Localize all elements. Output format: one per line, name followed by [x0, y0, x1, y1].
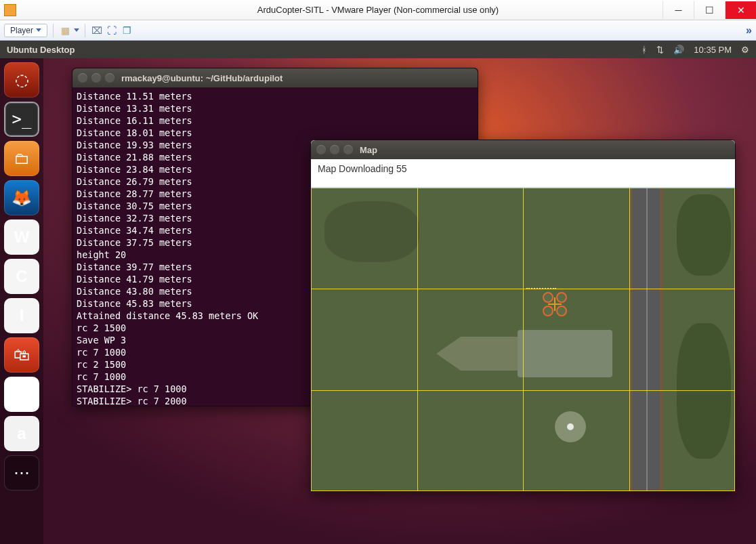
window-minimize-icon[interactable] — [91, 73, 101, 83]
window-title: ArduCopter-SITL - VMware Player (Non-com… — [0, 5, 756, 15]
maximize-button[interactable]: ☐ — [694, 1, 725, 19]
clock[interactable]: 10:35 PM — [694, 45, 732, 55]
facility-area — [518, 330, 612, 377]
tree-line — [677, 323, 731, 459]
toolbar-separator — [85, 24, 85, 37]
close-button[interactable]: ✕ — [725, 1, 756, 19]
map-window[interactable]: Map Map Downloading 55 — [310, 140, 736, 492]
launcher-firefox-icon[interactable]: 🦊 — [4, 180, 39, 215]
window-close-icon[interactable] — [316, 145, 326, 154]
minimize-button[interactable]: ─ — [663, 1, 694, 19]
terminal-title: rmackay9@ubuntu: ~/GitHub/ardupilot — [121, 73, 282, 83]
launcher-dash-icon[interactable]: ◌ — [4, 62, 39, 98]
collapse-toolbar-icon[interactable]: » — [746, 24, 752, 37]
map-gridline — [311, 289, 735, 289]
launcher-files-icon[interactable]: 🗀 — [4, 141, 39, 176]
devices-icon[interactable]: ⌧ — [91, 24, 103, 37]
launcher-calc-icon[interactable]: C — [4, 259, 39, 294]
ubuntu-menubar: Ubuntu Desktop ᚼ ⇅ 🔊 10:35 PM ⚙ — [0, 41, 756, 58]
helipad — [555, 411, 586, 442]
network-indicator-icon[interactable]: ⇅ — [656, 45, 664, 55]
terminal-titlebar[interactable]: rmackay9@ubuntu: ~/GitHub/ardupilot — [72, 68, 478, 87]
toolbar-separator — [53, 24, 54, 37]
launcher-amazon-icon[interactable]: a — [4, 416, 39, 451]
launcher-software-center-icon[interactable]: 🛍 — [4, 337, 39, 373]
terrain-patch — [324, 201, 419, 262]
settings-gear-icon[interactable]: ⚙ — [741, 45, 749, 55]
map-status-text: Map Downloading 55 — [311, 159, 735, 188]
sound-indicator-icon[interactable]: 🔊 — [673, 45, 684, 55]
chevron-down-icon[interactable] — [74, 28, 79, 32]
window-maximize-icon[interactable] — [343, 145, 353, 154]
vmware-app-icon — [4, 4, 16, 16]
window-maximize-icon[interactable] — [105, 73, 114, 83]
ubuntu-desktop: Ubuntu Desktop ᚼ ⇅ 🔊 10:35 PM ⚙ ◌>_🗀🦊WCI… — [0, 41, 756, 544]
vmware-toolbar: Player ▦ ⌧ ⛶ ❐ » — [0, 20, 756, 41]
map-gridline — [311, 390, 735, 391]
map-titlebar[interactable]: Map — [311, 140, 735, 159]
fullscreen-icon[interactable]: ⛶ — [106, 24, 118, 37]
launcher-ubuntu-one-icon[interactable]: U — [4, 377, 39, 412]
map-gridline — [629, 188, 630, 491]
bluetooth-indicator-icon[interactable]: ᚼ — [642, 45, 647, 55]
unity-launcher: ◌>_🗀🦊WCI🛍Ua⋯ — [0, 58, 43, 544]
launcher-impress-icon[interactable]: I — [4, 298, 39, 333]
map-view[interactable] — [311, 188, 735, 491]
launcher-terminal-icon[interactable]: >_ — [4, 102, 39, 137]
window-close-icon[interactable] — [78, 73, 87, 83]
thumbnail-view-icon[interactable]: ▦ — [59, 24, 71, 37]
unity-mode-icon[interactable]: ❐ — [121, 24, 133, 37]
chevron-down-icon — [36, 28, 41, 32]
tree-line — [677, 194, 731, 276]
player-menu-button[interactable]: Player — [4, 24, 47, 37]
map-title: Map — [360, 145, 377, 155]
launcher-writer-icon[interactable]: W — [4, 219, 39, 255]
player-menu-label: Player — [10, 26, 33, 35]
vehicle-marker-icon[interactable] — [541, 291, 568, 318]
map-gridline — [523, 188, 524, 491]
road — [633, 188, 660, 491]
menubar-title: Ubuntu Desktop — [7, 45, 75, 55]
windows-titlebar: ArduCopter-SITL - VMware Player (Non-com… — [0, 0, 756, 20]
launcher-more-icon[interactable]: ⋯ — [4, 455, 39, 490]
window-controls: ─ ☐ ✕ — [663, 1, 756, 19]
window-minimize-icon[interactable] — [330, 145, 339, 154]
map-gridline — [417, 188, 418, 491]
